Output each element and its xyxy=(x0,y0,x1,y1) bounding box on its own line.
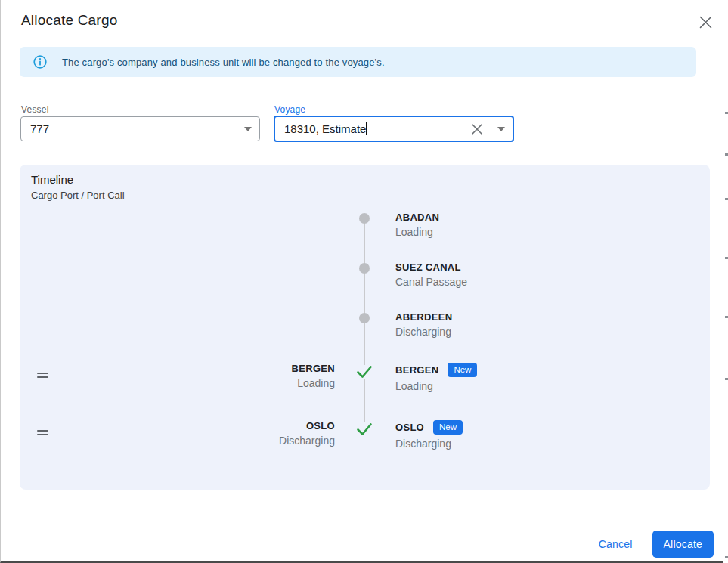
chevron-down-icon[interactable] xyxy=(244,127,252,131)
matched-port-call-item: OSLO New Discharging xyxy=(395,420,463,450)
voyage-value: 18310, Estimate xyxy=(284,122,467,135)
cargo-port-item: OSLO Discharging xyxy=(279,420,335,447)
allocate-cargo-dialog: Allocate Cargo The cargo's company and b… xyxy=(0,0,723,563)
matched-port-call-item: BERGEN New Loading xyxy=(395,363,477,392)
vessel-select[interactable]: 777 xyxy=(20,116,260,141)
banner-message: The cargo's company and business unit wi… xyxy=(62,57,385,68)
new-badge: New xyxy=(448,363,477,377)
page-title: Allocate Cargo xyxy=(21,12,117,29)
port-name: BERGEN xyxy=(395,364,438,376)
port-name: ABADAN xyxy=(395,212,439,223)
dialog-footer: Cancel Allocate xyxy=(599,531,714,558)
timeline-panel: Timeline Cargo Port / Port Call ABADAN L… xyxy=(20,165,710,490)
info-banner: The cargo's company and business unit wi… xyxy=(20,47,696,77)
info-circle-icon xyxy=(33,55,47,69)
port-name: ABERDEEN xyxy=(395,311,452,323)
timeline-dot xyxy=(359,213,370,224)
port-activity: Discharging xyxy=(395,326,452,338)
timeline-dot xyxy=(359,313,370,323)
cargo-port-activity: Loading xyxy=(292,377,335,389)
port-activity: Discharging xyxy=(395,438,463,450)
background-page-strip xyxy=(723,0,728,563)
drag-handle[interactable] xyxy=(37,430,48,435)
cargo-port-activity: Discharging xyxy=(279,435,335,447)
vessel-value: 777 xyxy=(30,122,238,135)
clear-icon[interactable] xyxy=(470,122,484,136)
timeline-connector xyxy=(364,379,365,422)
timeline-dot xyxy=(359,263,370,274)
allocate-button[interactable]: Allocate xyxy=(652,531,714,558)
cancel-button[interactable]: Cancel xyxy=(599,538,633,550)
voyage-select[interactable]: 18310, Estimate xyxy=(274,116,514,142)
timeline-heading: Timeline xyxy=(31,173,73,186)
port-call-item: SUEZ CANAL Canal Passage xyxy=(395,261,467,288)
vessel-label: Vessel xyxy=(21,104,49,115)
check-icon xyxy=(356,365,373,379)
text-cursor xyxy=(366,122,367,135)
port-activity: Loading xyxy=(395,226,439,238)
voyage-label: Voyage xyxy=(274,104,305,115)
chevron-down-icon[interactable] xyxy=(497,127,505,131)
timeline-subheading: Cargo Port / Port Call xyxy=(31,190,125,201)
port-activity: Loading xyxy=(395,380,477,392)
port-activity: Canal Passage xyxy=(395,276,467,288)
check-icon xyxy=(356,422,373,436)
port-call-item: ABERDEEN Discharging xyxy=(395,311,452,338)
drag-handle[interactable] xyxy=(37,373,48,378)
cargo-port-name: OSLO xyxy=(279,420,335,432)
port-name: OSLO xyxy=(395,422,424,433)
close-icon[interactable] xyxy=(696,13,714,31)
timeline-connector xyxy=(364,218,365,365)
new-badge: New xyxy=(433,420,463,435)
port-call-item: ABADAN Loading xyxy=(395,212,439,238)
cargo-port-name: BERGEN xyxy=(292,363,335,374)
cargo-port-item: BERGEN Loading xyxy=(292,363,335,389)
port-name: SUEZ CANAL xyxy=(395,261,467,273)
